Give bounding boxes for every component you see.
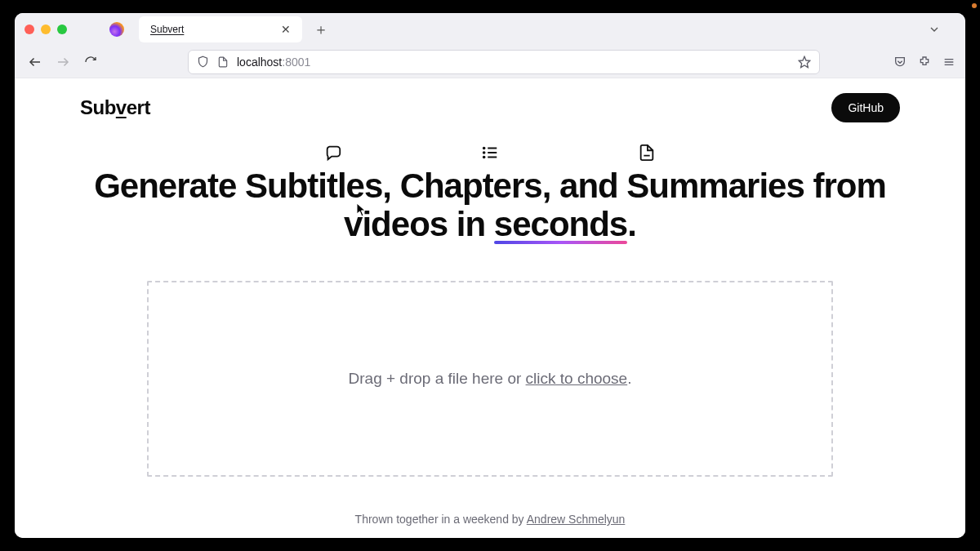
forward-button[interactable] <box>51 50 75 74</box>
chat-bubble-icon <box>324 144 342 162</box>
svg-marker-2 <box>799 56 809 67</box>
dropzone-label: Drag + drop a file here or click to choo… <box>349 370 632 388</box>
github-button[interactable]: GitHub <box>831 93 900 122</box>
window-controls <box>24 24 67 34</box>
back-button[interactable] <box>23 50 47 74</box>
pocket-icon[interactable] <box>893 56 906 69</box>
browser-window: Subvert ✕ ＋ <box>15 13 965 538</box>
shield-icon <box>197 56 209 68</box>
tab-title: Subvert <box>150 24 184 35</box>
minimize-window-button[interactable] <box>41 24 51 34</box>
tabs-overflow-button[interactable] <box>928 23 941 36</box>
close-tab-button[interactable]: ✕ <box>278 23 294 36</box>
author-link[interactable]: Andrew Schmelyun <box>527 513 626 526</box>
hero-section: Generate Subtitles, Chapters, and Summar… <box>80 144 900 243</box>
reload-button[interactable] <box>78 50 103 74</box>
browser-tab[interactable]: Subvert ✕ <box>139 16 302 42</box>
svg-point-8 <box>483 152 485 153</box>
address-bar[interactable]: localhost:8001 <box>188 50 820 74</box>
svg-point-6 <box>483 148 485 149</box>
close-window-button[interactable] <box>24 24 34 34</box>
firefox-logo-icon <box>109 22 124 37</box>
page-header: Subvert GitHub <box>80 93 900 122</box>
recording-indicator <box>972 3 977 8</box>
page-footer: Thrown together in a weekend by Andrew S… <box>80 513 900 526</box>
page-viewport: Subvert GitHub Generate Su <box>15 78 965 538</box>
new-tab-button[interactable]: ＋ <box>314 20 328 39</box>
app-menu-icon[interactable] <box>942 56 956 69</box>
url-text: localhost:8001 <box>237 56 310 69</box>
brand-logo[interactable]: Subvert <box>80 96 150 119</box>
page-info-icon <box>217 56 229 68</box>
choose-file-link[interactable]: click to choose <box>526 370 628 387</box>
svg-point-10 <box>483 157 485 158</box>
file-dropzone[interactable]: Drag + drop a file here or click to choo… <box>147 281 833 477</box>
bookmark-star-icon[interactable] <box>798 56 811 69</box>
list-icon <box>481 144 499 162</box>
extensions-icon[interactable] <box>918 56 931 69</box>
hero-title: Generate Subtitles, Chapters, and Summar… <box>80 167 900 243</box>
browser-toolbar: localhost:8001 <box>15 46 965 78</box>
titlebar: Subvert ✕ ＋ <box>15 13 965 46</box>
document-icon <box>638 144 656 162</box>
maximize-window-button[interactable] <box>57 24 67 34</box>
